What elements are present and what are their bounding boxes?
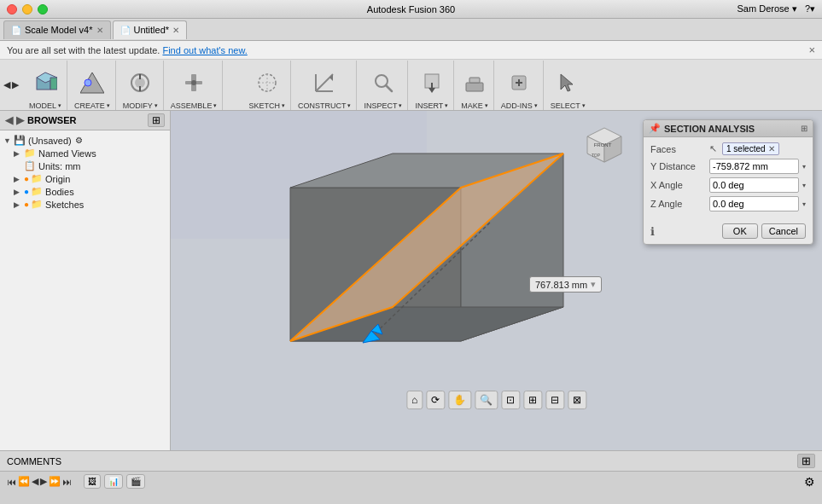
toolbar-modify[interactable]: MODIFY▾ — [118, 61, 164, 110]
update-link[interactable]: Find out what's new. — [162, 45, 247, 55]
play-end[interactable]: ⏭ — [62, 477, 72, 487]
tree-item-sketches[interactable]: ▶ ● 📁 Sketches — [0, 198, 170, 211]
main-toolbar: ◀ ▶ MODEL▾ CREATE▾ MODIFY▾ ASSEMBLE▾ — [0, 60, 822, 111]
play-prev-fast[interactable]: ⏪ — [18, 476, 30, 487]
tree-item-bodies[interactable]: ▶ ● 📁 Bodies — [0, 185, 170, 198]
z-angle-input[interactable] — [709, 196, 799, 211]
display-mode-1[interactable]: 🖼 — [84, 474, 101, 489]
browser-forward[interactable]: ▶ — [16, 114, 24, 126]
tool-home[interactable]: ⌂ — [406, 391, 423, 409]
play-prev[interactable]: ◀ — [32, 476, 38, 487]
info-icon[interactable]: ℹ — [650, 225, 655, 238]
measurement-dropdown[interactable]: ▾ — [591, 279, 596, 290]
close-button[interactable] — [7, 4, 17, 14]
browser-tree: ▼ 💾 (Unsaved) ⚙ ▶ 📁 Named Views 📋 Units:… — [0, 130, 170, 214]
maximize-button[interactable] — [38, 4, 48, 14]
panel-row-x-angle: X Angle ▾ — [650, 177, 806, 193]
x-angle-input[interactable] — [709, 177, 799, 193]
browser-panel: ◀ ▶ BROWSER ⊞ ▼ 💾 (Unsaved) ⚙ ▶ 📁 Named … — [0, 111, 171, 450]
tool-pan[interactable]: ✋ — [448, 391, 471, 409]
make-icon — [463, 64, 487, 101]
user-menu[interactable]: Sam Derose ▾ ?▾ — [737, 3, 815, 14]
tool-zoom-box[interactable]: ⊡ — [501, 391, 520, 409]
tab-label-scale-model: Scale Model v4* — [25, 25, 93, 35]
tree-item-units[interactable]: 📋 Units: mm — [0, 159, 170, 172]
display-mode-2[interactable]: 📊 — [104, 474, 123, 489]
section-panel-body: Faces ↖ 1 selected ✕ Y Distance ▾ X Angl… — [644, 137, 813, 220]
toolbar-assemble[interactable]: ASSEMBLE▾ — [166, 61, 224, 110]
play-play[interactable]: ▶ — [40, 476, 47, 487]
svg-line-20 — [386, 85, 392, 91]
z-angle-label: Z Angle — [650, 199, 706, 209]
tree-item-origin[interactable]: ▶ ● 📁 Origin — [0, 172, 170, 185]
tab-close-untitled[interactable]: ✕ — [172, 26, 179, 35]
ok-button[interactable]: OK — [722, 223, 758, 239]
tab-close-scale-model[interactable]: ✕ — [96, 26, 103, 35]
x-angle-dropdown[interactable]: ▾ — [802, 182, 806, 189]
make-label: MAKE▾ — [461, 101, 488, 110]
toolbar-create[interactable]: CREATE▾ — [69, 61, 116, 110]
comments-expand[interactable]: ⊞ — [797, 454, 815, 468]
tree-item-unsaved[interactable]: ▼ 💾 (Unsaved) ⚙ — [0, 134, 170, 147]
view-cube[interactable]: FRONT TOP — [579, 119, 630, 171]
tool-zoom[interactable]: 🔍 — [475, 391, 498, 409]
toolbar-sketch[interactable]: SKETCH▾ — [243, 61, 291, 110]
tree-item-named-views[interactable]: ▶ 📁 Named Views — [0, 147, 170, 159]
view-mode-buttons: 🖼 📊 🎬 — [84, 474, 145, 489]
display-mode-3[interactable]: 🎬 — [126, 474, 145, 489]
cancel-button[interactable]: Cancel — [761, 223, 806, 239]
insert-label: INSERT▾ — [415, 101, 448, 110]
measurement-label: 767.813 mm ▾ — [529, 276, 602, 293]
undo-button[interactable]: ◀ — [3, 79, 10, 90]
svg-rect-24 — [466, 83, 483, 91]
z-angle-dropdown[interactable]: ▾ — [802, 200, 806, 208]
toolbar-insert[interactable]: INSERT▾ — [410, 61, 454, 110]
tool-section[interactable]: ⊠ — [568, 391, 586, 409]
toolbar-select[interactable]: SELECT▾ — [545, 61, 591, 110]
settings-icon[interactable]: ⚙ — [804, 475, 815, 489]
tool-grid[interactable]: ⊟ — [545, 391, 564, 409]
tool-display[interactable]: ⊞ — [523, 391, 542, 409]
faces-selected-badge[interactable]: 1 selected ✕ — [722, 142, 779, 155]
select-label: SELECT▾ — [551, 101, 586, 110]
playback-controls: ⏮ ⏪ ◀ ▶ ⏩ ⏭ — [7, 476, 72, 487]
browser-back[interactable]: ◀ — [5, 114, 13, 126]
x-angle-label: X Angle — [650, 180, 706, 190]
minimize-button[interactable] — [22, 4, 32, 14]
toolbar-make[interactable]: MAKE▾ — [456, 61, 494, 110]
svg-rect-25 — [469, 78, 480, 83]
settings-area: ⚙ — [804, 475, 815, 489]
panel-row-faces: Faces ↖ 1 selected ✕ — [650, 142, 806, 155]
y-distance-dropdown[interactable]: ▾ — [802, 163, 806, 171]
sketch-icon — [255, 64, 279, 101]
browser-expand[interactable]: ⊞ — [148, 113, 165, 127]
tab-untitled[interactable]: 📄 Untitled* ✕ — [113, 20, 188, 39]
toolbar-model[interactable]: MODEL▾ — [24, 61, 67, 110]
measurement-value: 767.813 mm — [535, 280, 587, 290]
faces-clear-button[interactable]: ✕ — [768, 144, 775, 154]
model-label: MODEL▾ — [29, 101, 61, 110]
section-panel-header: 📌 SECTION ANALYSIS ⊞ — [644, 120, 813, 137]
panel-expand[interactable]: ⊞ — [801, 124, 807, 133]
toolbar-addins[interactable]: ADD-INS▾ — [496, 61, 544, 110]
construct-icon — [312, 64, 336, 101]
play-next[interactable]: ⏩ — [49, 476, 61, 487]
banner-close-button[interactable]: × — [808, 43, 815, 56]
svg-marker-29 — [561, 74, 573, 91]
tool-orbit[interactable]: ⟳ — [426, 391, 445, 409]
modify-icon — [128, 64, 152, 101]
redo-button[interactable]: ▶ — [12, 79, 19, 90]
y-distance-input[interactable] — [709, 159, 799, 174]
toolbar-construct[interactable]: CONSTRUCT▾ — [293, 61, 358, 110]
browser-title: BROWSER — [27, 115, 76, 125]
sketch-label: SKETCH▾ — [248, 101, 285, 110]
faces-label: Faces — [650, 144, 706, 154]
play-start[interactable]: ⏮ — [7, 477, 16, 487]
toolbar-inspect[interactable]: INSPECT▾ — [359, 61, 408, 110]
svg-marker-3 — [80, 72, 104, 93]
svg-marker-23 — [428, 88, 435, 93]
panel-row-z-angle: Z Angle ▾ — [650, 196, 806, 211]
tab-scale-model[interactable]: 📄 Scale Model v4* ✕ — [3, 20, 111, 39]
3d-viewport[interactable]: 767.813 mm ▾ FRONT TOP 📌 SECTION ANALYSI… — [171, 111, 822, 450]
select-cursor-icon: ↖ — [709, 143, 717, 154]
